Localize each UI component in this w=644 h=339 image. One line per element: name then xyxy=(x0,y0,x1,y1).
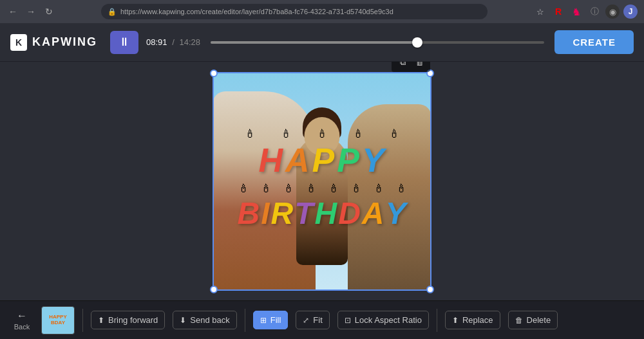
send-back-icon: ⬇ xyxy=(180,316,186,325)
fit-button[interactable]: ⤢ Fit xyxy=(296,311,329,329)
delete-icon[interactable]: 🗑 xyxy=(412,62,426,69)
bring-forward-button[interactable]: ⬆ Bring forward xyxy=(91,311,165,329)
fill-button[interactable]: ⊞ Fill xyxy=(253,311,289,329)
main-content: 🕯 🕯 🕯 🕯 🕯 H A P P Y 🕯 🕯 🕯 xyxy=(0,62,644,300)
timeline-track xyxy=(211,41,544,44)
time-current: 08:91 xyxy=(146,37,167,47)
url-text: https://www.kapwing.com/create/editor/la… xyxy=(120,8,393,15)
browser-actions: ☆ R ♞ ⓘ ◉ J xyxy=(533,5,638,19)
lock-aspect-label: Lock Aspect Ratio xyxy=(355,315,422,325)
send-back-button[interactable]: ⬇ Send back xyxy=(173,311,236,329)
divider-3 xyxy=(437,309,437,332)
delete-trash-icon: 🗑 xyxy=(515,316,523,325)
timeline-progress xyxy=(211,41,417,44)
replace-button[interactable]: ⬆ Replace xyxy=(445,311,500,329)
fill-icon: ⊞ xyxy=(260,316,267,325)
bring-forward-icon: ⬆ xyxy=(98,316,104,325)
canvas-area[interactable]: 🕯 🕯 🕯 🕯 🕯 H A P P Y 🕯 🕯 🕯 xyxy=(213,72,431,291)
bookmark-icon[interactable]: ☆ xyxy=(533,5,547,19)
replace-label: Replace xyxy=(462,315,493,325)
extension-icon-4[interactable]: ◉ xyxy=(605,5,620,19)
fill-label: Fill xyxy=(270,315,281,325)
play-pause-button[interactable]: ⏸ xyxy=(110,31,138,54)
divider-2 xyxy=(245,309,245,332)
back-button[interactable]: ← Back xyxy=(10,310,33,331)
timeline[interactable] xyxy=(211,41,544,44)
divider-1 xyxy=(82,309,83,332)
user-avatar[interactable]: J xyxy=(623,5,638,19)
person-right xyxy=(348,104,431,291)
delete-label: Delete xyxy=(527,315,551,325)
send-back-label: Send back xyxy=(190,315,229,325)
bring-forward-label: Bring forward xyxy=(108,315,158,325)
logo-icon: K xyxy=(10,34,27,51)
logo-text: KAPWING xyxy=(32,35,97,49)
replace-icon: ⬆ xyxy=(452,316,459,325)
image-container: 🕯 🕯 🕯 🕯 🕯 H A P P Y 🕯 🕯 🕯 xyxy=(213,72,431,291)
url-bar[interactable]: 🔒 https://www.kapwing.com/create/editor/… xyxy=(101,4,488,19)
extension-icon-1[interactable]: R xyxy=(551,5,565,19)
fit-label: Fit xyxy=(313,315,322,325)
time-separator: / xyxy=(172,37,175,47)
time-total: 14:28 xyxy=(179,37,200,47)
bottom-toolbar: ← Back HAPPYBDAY ⬆ Bring forward ⬇ Send … xyxy=(0,300,644,339)
timeline-thumb[interactable] xyxy=(412,37,422,48)
lock-icon: 🔒 xyxy=(108,8,117,16)
back-label: Back xyxy=(14,323,30,331)
browser-chrome: ← → ↻ 🔒 https://www.kapwing.com/create/e… xyxy=(0,0,644,23)
extension-icon-2[interactable]: ♞ xyxy=(569,5,583,19)
time-display: 08:91 / 14:28 xyxy=(146,37,200,47)
lock-aspect-ratio-button[interactable]: ⊡ Lock Aspect Ratio xyxy=(337,311,429,329)
lock-aspect-icon: ⊡ xyxy=(345,316,351,325)
copy-icon[interactable]: ⧉ xyxy=(395,62,410,69)
fit-icon: ⤢ xyxy=(303,316,309,325)
back-nav-button[interactable]: ← xyxy=(6,5,19,18)
back-arrow-icon: ← xyxy=(17,310,27,322)
refresh-nav-button[interactable]: ↻ xyxy=(43,5,55,18)
person-center xyxy=(296,136,348,265)
layer-thumbnail: HAPPYBDAY xyxy=(41,306,75,334)
face xyxy=(305,117,340,156)
photo-background xyxy=(213,72,431,291)
create-button[interactable]: CREATE xyxy=(554,30,634,54)
extension-icon-3[interactable]: ⓘ xyxy=(587,5,601,19)
logo-area: K KAPWING xyxy=(10,34,97,51)
delete-button[interactable]: 🗑 Delete xyxy=(508,311,558,329)
forward-nav-button[interactable]: → xyxy=(24,5,37,18)
app-header: K KAPWING ⏸ 08:91 / 14:28 CREATE xyxy=(0,23,644,62)
selection-toolbar: ⧉ 🗑 xyxy=(392,62,430,72)
